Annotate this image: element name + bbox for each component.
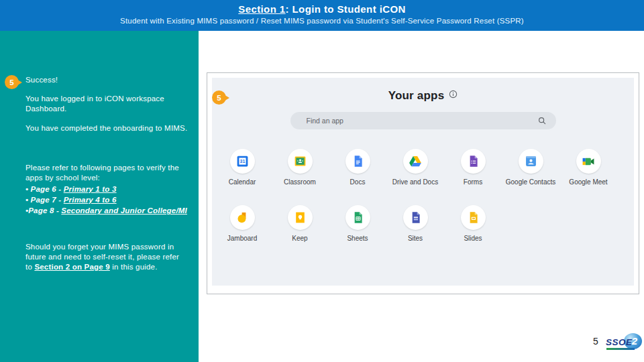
instruction-sidebar: 5 Success! You have logged in to iCON wo… [0,31,199,362]
slide-header: Section 1: Login to Student iCON Student… [0,0,644,31]
calendar-icon: 31 [230,149,255,174]
app-label: Jamboard [227,235,257,242]
link-primary-4-to-6[interactable]: Primary 4 to 6 [64,196,117,204]
bullet-prefix: • Page 7 - [25,196,64,204]
app-tile-meet[interactable]: Google Meet [559,149,617,186]
app-tile-keep[interactable]: Keep [271,205,329,242]
ssoe-logo-tagline-bar [606,348,635,350]
app-tile-jamboard[interactable]: Jamboard [213,205,271,242]
drive-icon [403,149,428,174]
your-apps-panel: Your apps 31 Calendar Classroom [212,78,634,286]
ssoe-logo: 2 SSOE [606,333,642,357]
forms-icon [461,149,486,174]
app-label: Google Contacts [506,178,556,186]
list-item: • Page 6 - Primary 1 to 3 [25,184,188,194]
bullet-prefix: •Page 8 - [25,206,61,215]
keep-icon [288,205,313,230]
app-tile-contacts[interactable]: Google Contacts [502,149,559,186]
svg-text:31: 31 [239,159,245,164]
your-apps-title: Your apps [388,89,445,102]
meet-icon [576,149,601,174]
ssoe-logo-text: SSOE [606,337,633,347]
app-label: Drive and Docs [392,178,438,186]
step-badge: 5 [5,75,19,89]
refer-intro-text: Please refer to following pages to verif… [25,163,188,183]
app-label: Sheets [347,235,368,242]
app-tile-forms[interactable]: Forms [444,149,502,186]
app-tile-sites[interactable]: Sites [386,205,444,242]
link-primary-1-to-3[interactable]: Primary 1 to 3 [64,185,117,193]
sites-icon [403,205,428,230]
step-number: 5 [9,78,13,86]
app-label: Calendar [229,178,256,186]
contacts-icon [519,149,543,174]
info-icon[interactable] [449,90,458,99]
app-tile-docs[interactable]: Docs [329,149,386,186]
app-label: Google Meet [569,178,607,186]
page-subtitle: Student with Existing MIMS password / Re… [0,17,644,25]
bullet-prefix: • Page 6 - [25,185,64,193]
list-item: • Page 7 - Primary 4 to 6 [25,195,188,205]
apps-row-2: Jamboard Keep Sheets Sites [213,205,502,242]
app-label: Classroom [284,178,316,186]
classroom-icon [288,149,313,174]
onboarding-text: You have completed the onboarding to MIM… [25,123,188,133]
sidebar-content: Success! You have logged in to iCON work… [0,31,199,272]
search-icon[interactable] [537,116,547,125]
slides-icon [461,205,486,230]
logged-in-text: You have logged in to iCON workspace Das… [25,94,188,114]
search-input[interactable] [305,116,537,125]
jamboard-icon [230,205,255,230]
app-tile-classroom[interactable]: Classroom [271,149,329,186]
section-title-rest: : Login to Student iCON [286,3,406,15]
page-title: Section 1: Login to Student iCON [0,3,644,15]
app-label: Slides [464,235,482,242]
list-item: •Page 8 - Secondary and Junior College/M… [25,206,188,216]
step-badge: 5 [212,90,226,105]
docs-icon [345,149,370,174]
link-secondary-jc-mi[interactable]: Secondary and Junior College/MI [61,206,187,215]
forgot-password-note: Should you forget your MIMS password in … [25,242,188,273]
app-label: Sites [408,235,423,242]
sheets-icon [345,205,370,230]
success-text: Success! [25,75,188,85]
apps-row-1: 31 Calendar Classroom Docs Dri [213,149,617,186]
step-number: 5 [217,94,221,102]
app-label: Forms [464,178,482,186]
app-tile-drive[interactable]: Drive and Docs [386,149,444,186]
note-post: in this guide. [110,263,158,271]
app-label: Docs [350,178,366,186]
app-tile-calendar[interactable]: 31 Calendar [213,149,271,186]
your-apps-title-row: Your apps [212,89,634,103]
app-tile-slides[interactable]: Slides [444,205,502,242]
section-title-link: Section 1 [238,3,285,15]
link-section-2-page-9[interactable]: Section 2 on Page 9 [34,263,109,271]
app-label: Keep [292,235,307,242]
slide-page-number: 5 [593,336,598,347]
page-reference-list: • Page 6 - Primary 1 to 3 • Page 7 - Pri… [25,184,188,217]
app-tile-sheets[interactable]: Sheets [329,205,386,242]
app-search-bar[interactable] [290,112,556,129]
icon-dashboard-screenshot: 5 Your apps 31 Calendar Classroom [207,72,639,294]
